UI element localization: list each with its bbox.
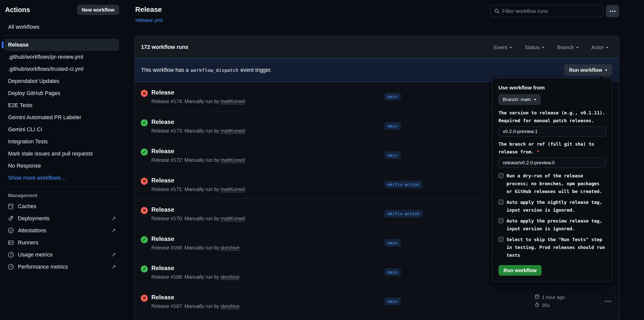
checkbox[interactable] (498, 200, 503, 205)
rocket-icon (8, 215, 14, 222)
branch-badge[interactable]: main (384, 93, 401, 101)
server-icon (8, 239, 14, 246)
run-title-link[interactable]: Release (151, 264, 240, 271)
sidebar-item-attestations[interactable]: Attestations↗ (0, 225, 125, 237)
sidebar-item-release[interactable]: Release (5, 39, 119, 51)
partial-run-row (135, 316, 619, 320)
sidebar-divider (2, 36, 122, 36)
success-icon (141, 265, 148, 272)
sidebar-item-label: Usage metrics (18, 252, 52, 258)
banner-text: This workflow has a (141, 67, 189, 73)
sidebar-item-no-response[interactable]: No Response (0, 160, 125, 172)
actor-link[interactable]: skeshive (220, 245, 240, 250)
chevron-down-icon (576, 47, 579, 50)
sidebar-item-caches[interactable]: Caches (0, 200, 125, 212)
actor-link[interactable]: mattKorwel (220, 128, 245, 133)
run-workflow-dropdown-button[interactable]: Run workflow (564, 65, 612, 76)
checkbox-label[interactable]: Auto apply the nightly release tag, inpu… (507, 198, 602, 214)
filter-branch[interactable]: Branch (557, 44, 579, 50)
search-icon (494, 8, 500, 14)
actor-link[interactable]: skeshive (220, 274, 240, 279)
sidebar-item-performance-metrics[interactable]: Performance metrics↗ (0, 261, 125, 273)
actor-link[interactable]: skeshive (220, 303, 240, 309)
branch-selector-button[interactable]: Branch: main (498, 94, 541, 105)
run-description: Release #170: Manually run bymattKorwel (151, 215, 245, 221)
run-summary: Release Release #168: Manually run byske… (141, 264, 240, 280)
branch-badge[interactable]: main (384, 151, 401, 159)
sidebar-item-runners[interactable]: Runners (0, 237, 125, 249)
run-title-link[interactable]: Release (151, 206, 245, 213)
run-workflow-dropdown: Use workflow from Branch: main The versi… (492, 78, 612, 282)
dispatch-options: Run a dry-run of the release process; no… (498, 172, 606, 259)
filter-label: Event (494, 44, 507, 50)
run-title-link[interactable]: Release (151, 294, 240, 301)
sidebar-item-mark-stale-issues-and-pull-requests[interactable]: Mark stale issues and pull requests (0, 148, 125, 160)
sidebar-item-deploy-github-pages[interactable]: Deploy GitHub Pages (0, 87, 125, 99)
runs-count: 172 workflow runs (141, 44, 188, 50)
run-options-kebab-button[interactable] (603, 298, 613, 305)
sidebar-item-all-workflows[interactable]: All workflows (0, 21, 125, 33)
ref-input[interactable] (498, 158, 606, 168)
run-description: Release #167: Manually run byskeshive (151, 303, 240, 309)
actor-link[interactable]: mattKorwel (220, 186, 245, 192)
workflow-file-link[interactable]: release.yml (135, 17, 162, 23)
run-title-link[interactable]: Release (151, 177, 245, 184)
run-workflow-submit-button[interactable]: Run workflow (498, 265, 542, 276)
actor-link[interactable]: mattKorwel (220, 157, 245, 163)
run-summary: Release Release #171: Manually run bymat… (141, 177, 245, 192)
filter-event[interactable]: Event (494, 44, 512, 50)
run-description: Release #173: Manually run bymattKorwel (151, 128, 245, 134)
sidebar-item-integration-tests[interactable]: Integration Tests (0, 136, 125, 148)
dropdown-title: Use workflow from (498, 85, 606, 91)
sidebar-item-label: Attestations (18, 228, 46, 234)
runs-filters: EventStatusBranchActor (494, 44, 608, 50)
sidebar-item-gemini-automated-pr-labeler[interactable]: Gemini Automated PR Labeler (0, 111, 125, 123)
checkbox-label[interactable]: Select to skip the "Run Tests" step in t… (507, 236, 605, 259)
ref-label-text: The branch or ref (full git sha) to rele… (498, 141, 594, 154)
sidebar-item-e2e-tests[interactable]: E2E Tests (0, 99, 125, 111)
checkbox[interactable] (498, 237, 503, 242)
kebab-icon (612, 11, 613, 12)
sidebar-item-deployments[interactable]: Deployments↗ (0, 212, 125, 225)
filter-label: Status (525, 44, 540, 50)
run-summary: Release Release #170: Manually run bymat… (141, 206, 245, 221)
new-workflow-button[interactable]: New workflow (77, 5, 119, 15)
branch-badge[interactable]: main (384, 268, 401, 276)
run-title-link[interactable]: Release (151, 89, 245, 96)
workflow-options-kebab-button[interactable] (606, 5, 619, 17)
sidebar-item-usage-metrics[interactable]: Usage metrics↗ (0, 249, 125, 261)
stopwatch-icon (535, 302, 540, 308)
checkbox[interactable] (498, 173, 503, 178)
filter-actor[interactable]: Actor (591, 44, 608, 50)
branch-badge[interactable]: main (384, 122, 401, 130)
branch-badge[interactable]: main (384, 239, 401, 247)
run-title-link[interactable]: Release (151, 235, 240, 242)
required-asterisk: * (537, 149, 540, 154)
branch-badge[interactable]: mk/fix-action (384, 180, 423, 188)
sidebar-item-dependabot-updates[interactable]: Dependabot Updates (0, 75, 125, 87)
filter-status[interactable]: Status (525, 44, 545, 50)
banner-code: workflow_dispatch (191, 68, 238, 73)
branch-badge[interactable]: mk/fix-action (384, 210, 423, 217)
run-title-link[interactable]: Release (151, 147, 245, 154)
run-started-time: 1 hour ago (535, 294, 565, 300)
sidebar-divider (2, 186, 122, 187)
run-title-link[interactable]: Release (151, 118, 245, 125)
failure-icon (141, 295, 148, 302)
show-more-workflows-link[interactable]: Show more workflows... (0, 172, 125, 184)
checkbox-label[interactable]: Auto apply the preview release tag, inpu… (507, 217, 602, 233)
checkbox[interactable] (498, 218, 503, 223)
checkbox-label[interactable]: Run a dry-run of the release process; no… (507, 172, 602, 195)
filter-runs-input[interactable] (502, 8, 603, 14)
actor-link[interactable]: mattKorwel (220, 99, 245, 104)
sidebar-item-github-workflows-trusted-ci-yml[interactable]: .github/workflows/trusted-ci.yml (0, 63, 125, 75)
actor-link[interactable]: mattKorwel (220, 215, 245, 221)
sidebar-item-gemini-cli-ci[interactable]: Gemini CLI CI (0, 123, 125, 136)
meter-icon (8, 251, 14, 258)
workflow-run-row[interactable]: Release Release #167: Manually run byske… (135, 286, 619, 316)
branch-badge[interactable]: main (384, 297, 401, 305)
external-link-icon: ↗ (111, 228, 116, 234)
version-input[interactable] (498, 126, 606, 137)
sidebar-item-github-workflows-pr-review-yml[interactable]: .github/workflows/pr-review.yml (0, 51, 125, 63)
success-icon (141, 236, 148, 243)
